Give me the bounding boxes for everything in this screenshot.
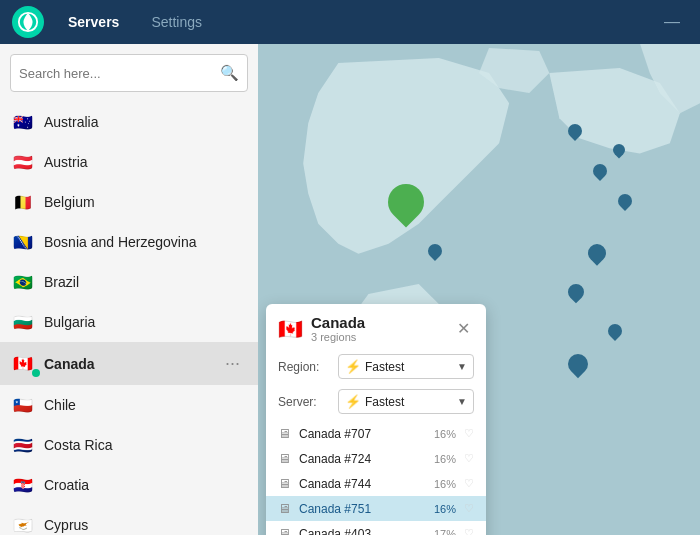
server-list: 🖥Canada #70716%♡🖥Canada #72416%♡🖥Canada … bbox=[266, 421, 486, 535]
country-list: 🇦🇺Australia🇦🇹Austria🇧🇪Belgium🇧🇦Bosnia an… bbox=[0, 102, 258, 535]
server-name: Canada #744 bbox=[299, 477, 426, 491]
country-flag: 🇦🇹 bbox=[12, 151, 34, 173]
popup-header: 🇨🇦 Canada 3 regions ✕ bbox=[266, 304, 486, 349]
app-logo bbox=[12, 6, 44, 38]
map-pin-5 bbox=[588, 244, 606, 262]
map-pin-us bbox=[428, 244, 442, 258]
search-icon: 🔍 bbox=[220, 64, 239, 82]
server-load: 16% bbox=[434, 478, 456, 490]
country-name: Belgium bbox=[44, 194, 246, 210]
server-value: Fastest bbox=[365, 395, 453, 409]
map-area: 🇨🇦 Canada 3 regions ✕ Region: ⚡ Fastest … bbox=[258, 44, 700, 535]
country-name: Croatia bbox=[44, 477, 246, 493]
server-name: Canada #751 bbox=[299, 502, 426, 516]
server-load: 16% bbox=[434, 453, 456, 465]
country-item[interactable]: 🇦🇺Australia bbox=[0, 102, 258, 142]
map-pin-6 bbox=[568, 284, 584, 300]
popup-close-button[interactable]: ✕ bbox=[453, 317, 474, 340]
popup-country-name: Canada bbox=[311, 314, 445, 331]
region-value: Fastest bbox=[365, 360, 453, 374]
more-options-button[interactable]: ··· bbox=[219, 351, 246, 376]
search-box: 🔍 bbox=[10, 54, 248, 92]
header: Servers Settings — bbox=[0, 0, 700, 44]
sidebar: 🔍 🇦🇺Australia🇦🇹Austria🇧🇪Belgium🇧🇦Bosnia … bbox=[0, 44, 258, 535]
server-list-item[interactable]: 🖥Canada #72416%♡ bbox=[266, 446, 486, 471]
server-icon: 🖥 bbox=[278, 501, 291, 516]
favorite-icon[interactable]: ♡ bbox=[464, 452, 474, 465]
connected-indicator bbox=[32, 369, 40, 377]
server-icon: 🖥 bbox=[278, 526, 291, 535]
country-name: Australia bbox=[44, 114, 246, 130]
region-dropdown[interactable]: ⚡ Fastest ▼ bbox=[338, 354, 474, 379]
country-item[interactable]: 🇧🇪Belgium bbox=[0, 182, 258, 222]
map-pin-7 bbox=[608, 324, 622, 338]
server-name: Canada #724 bbox=[299, 452, 426, 466]
server-label: Server: bbox=[278, 395, 330, 409]
server-name: Canada #707 bbox=[299, 427, 426, 441]
server-popup: 🇨🇦 Canada 3 regions ✕ Region: ⚡ Fastest … bbox=[266, 304, 486, 535]
country-flag: 🇨🇦 bbox=[12, 353, 34, 375]
country-item[interactable]: 🇧🇬Bulgaria bbox=[0, 302, 258, 342]
map-pin-2 bbox=[593, 164, 607, 178]
country-name: Chile bbox=[44, 397, 246, 413]
country-item[interactable]: 🇧🇷Brazil bbox=[0, 262, 258, 302]
popup-title-area: Canada 3 regions bbox=[311, 314, 445, 343]
server-list-item[interactable]: 🖥Canada #75116%♡ bbox=[266, 496, 486, 521]
server-icon: 🖥 bbox=[278, 426, 291, 441]
server-load: 16% bbox=[434, 428, 456, 440]
search-input[interactable] bbox=[19, 66, 220, 81]
country-name: Costa Rica bbox=[44, 437, 246, 453]
region-lightning-icon: ⚡ bbox=[345, 359, 361, 374]
country-name: Canada bbox=[44, 356, 209, 372]
favorite-icon[interactable]: ♡ bbox=[464, 502, 474, 515]
server-list-item[interactable]: 🖥Canada #70716%♡ bbox=[266, 421, 486, 446]
country-flag: 🇨🇷 bbox=[12, 434, 34, 456]
map-pin-8 bbox=[568, 354, 588, 374]
map-pin-canada[interactable] bbox=[388, 184, 424, 220]
country-flag: 🇭🇷 bbox=[12, 474, 34, 496]
country-name: Brazil bbox=[44, 274, 246, 290]
country-name: Bosnia and Herzegovina bbox=[44, 234, 246, 250]
map-pin-1 bbox=[568, 124, 582, 138]
map-pin-4 bbox=[618, 194, 632, 208]
country-flag: 🇦🇺 bbox=[12, 111, 34, 133]
region-row: Region: ⚡ Fastest ▼ bbox=[266, 349, 486, 384]
country-name: Cyprus bbox=[44, 517, 246, 533]
country-flag: 🇨🇱 bbox=[12, 394, 34, 416]
country-item[interactable]: 🇨🇾Cyprus bbox=[0, 505, 258, 535]
server-icon: 🖥 bbox=[278, 451, 291, 466]
server-name: Canada #403 bbox=[299, 527, 426, 536]
server-load: 16% bbox=[434, 503, 456, 515]
region-chevron-icon: ▼ bbox=[457, 361, 467, 372]
country-flag: 🇨🇾 bbox=[12, 514, 34, 535]
country-item[interactable]: 🇨🇷Costa Rica bbox=[0, 425, 258, 465]
country-flag: 🇧🇪 bbox=[12, 191, 34, 213]
server-dropdown[interactable]: ⚡ Fastest ▼ bbox=[338, 389, 474, 414]
country-item[interactable]: 🇨🇱Chile bbox=[0, 385, 258, 425]
settings-tab[interactable]: Settings bbox=[143, 10, 210, 34]
popup-flag: 🇨🇦 bbox=[278, 317, 303, 341]
favorite-icon[interactable]: ♡ bbox=[464, 427, 474, 440]
favorite-icon[interactable]: ♡ bbox=[464, 477, 474, 490]
map-pin-3 bbox=[613, 144, 625, 156]
server-list-item[interactable]: 🖥Canada #74416%♡ bbox=[266, 471, 486, 496]
server-icon: 🖥 bbox=[278, 476, 291, 491]
favorite-icon[interactable]: ♡ bbox=[464, 527, 474, 535]
server-list-item[interactable]: 🖥Canada #40317%♡ bbox=[266, 521, 486, 535]
country-item[interactable]: 🇭🇷Croatia bbox=[0, 465, 258, 505]
server-row-select: Server: ⚡ Fastest ▼ bbox=[266, 384, 486, 419]
popup-regions: 3 regions bbox=[311, 331, 445, 343]
country-flag: 🇧🇷 bbox=[12, 271, 34, 293]
minimize-button[interactable]: — bbox=[656, 9, 688, 35]
server-load: 17% bbox=[434, 528, 456, 536]
server-lightning-icon: ⚡ bbox=[345, 394, 361, 409]
country-item[interactable]: 🇦🇹Austria bbox=[0, 142, 258, 182]
country-flag: 🇧🇬 bbox=[12, 311, 34, 333]
region-label: Region: bbox=[278, 360, 330, 374]
country-name: Austria bbox=[44, 154, 246, 170]
country-item[interactable]: 🇨🇦Canada··· bbox=[0, 342, 258, 385]
country-flag: 🇧🇦 bbox=[12, 231, 34, 253]
country-item[interactable]: 🇧🇦Bosnia and Herzegovina bbox=[0, 222, 258, 262]
servers-tab[interactable]: Servers bbox=[60, 10, 127, 34]
country-name: Bulgaria bbox=[44, 314, 246, 330]
